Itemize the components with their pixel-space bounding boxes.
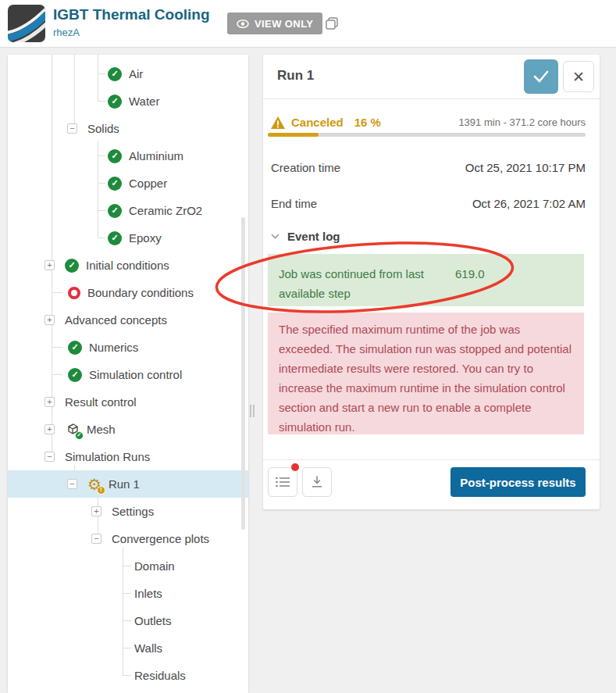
tree-item-label: Domain [134, 559, 175, 573]
collapse-icon[interactable]: − [67, 479, 77, 489]
status-ok-icon: ✓ [68, 368, 82, 382]
eye-icon [237, 20, 249, 28]
field-label: End time [271, 197, 317, 210]
view-only-button[interactable]: VIEW ONLY [227, 13, 322, 34]
event-log-toggle[interactable]: Event log [271, 230, 340, 243]
tree-item-domain[interactable]: Domain [8, 552, 248, 580]
tree-item-boundary-conditions[interactable]: Boundary conditions [8, 279, 248, 306]
run-header: Run 1 ✕ [263, 55, 600, 99]
status-error-icon [68, 287, 80, 299]
status-ok-icon: ✓ [108, 149, 122, 163]
tree-item-label: Mesh [87, 423, 116, 436]
tree-connector [52, 374, 62, 375]
tree-item-residuals[interactable]: Residuals [8, 662, 248, 689]
tree-item-label: Result control [65, 395, 137, 409]
duplicate-icon[interactable] [323, 16, 340, 33]
status-badge: Canceled [291, 116, 344, 129]
status-ok-icon: ✓ [108, 95, 122, 109]
tree-item-label: Numerics [89, 341, 138, 354]
event-log-entry-success: Job was continued from last available st… [268, 254, 584, 306]
tree-item-label: Boundary conditions [87, 286, 194, 299]
tree-item-run-1[interactable]: −⚙!Run 1 [8, 470, 248, 498]
creation-time-row: Creation time Oct 25, 2021 10:17 PM [271, 161, 586, 174]
tree-item-label: Simulation Runs [65, 450, 150, 463]
expand-icon[interactable]: + [91, 506, 101, 516]
project-title: IGBT Thermal Cooling [53, 6, 210, 23]
tree-item-epoxy[interactable]: ✓Epoxy [8, 224, 248, 252]
tree-connector [98, 238, 105, 238]
tree-item-result-control[interactable]: +Result control [8, 388, 248, 416]
tree-connector [98, 210, 105, 211]
end-time-row: End time Oct 26, 2021 7:02 AM [271, 197, 586, 210]
tree-connector [98, 101, 105, 102]
tree-item-convergence-plots[interactable]: −Convergence plots [8, 525, 248, 552]
tree-item-label: Walls [134, 641, 162, 655]
status-ok-icon: ✓ [68, 341, 82, 355]
tree-item-solids[interactable]: −Solids [8, 115, 248, 142]
tree-item-settings[interactable]: +Settings [8, 498, 248, 525]
tree-connector [98, 183, 105, 184]
tree-item-inlets[interactable]: Inlets [8, 580, 248, 607]
tree-item-aluminium[interactable]: ✓Aluminium [8, 142, 248, 170]
tree-connector [98, 155, 105, 156]
tree-connector [123, 593, 131, 594]
tree-item-label: Outlets [134, 614, 172, 627]
tree-item-walls[interactable]: Walls [8, 634, 248, 662]
tree-item-water[interactable]: ✓Water [8, 88, 248, 115]
tree-item-label: Advanced concepts [65, 313, 167, 327]
close-button[interactable]: ✕ [563, 61, 594, 92]
run-status-row: Canceled 16 % 1391 min - 371.2 core hour… [271, 116, 586, 129]
chevron-down-icon [271, 234, 280, 239]
panel-splitter-handle[interactable] [250, 405, 256, 417]
tree-item-copper[interactable]: ✓Copper [8, 170, 248, 197]
tree-item-label: Simulation control [89, 368, 182, 381]
tree-connector [123, 620, 131, 621]
tree-item-initial-conditions[interactable]: +✓Initial conditions [8, 252, 248, 279]
collapse-icon[interactable]: − [67, 123, 77, 134]
tree-item-air[interactable]: ✓Air [8, 60, 248, 88]
tree-connector [98, 73, 105, 74]
tree-item-numerics[interactable]: ✓Numerics [8, 334, 248, 361]
tree-item-label: Settings [112, 505, 154, 518]
expand-icon[interactable]: + [45, 424, 55, 434]
run-title: Run 1 [277, 68, 314, 84]
post-process-results-button[interactable]: Post-process results [450, 467, 586, 497]
field-label: Creation time [271, 161, 340, 174]
mesh-icon: ✓ [65, 422, 80, 437]
tree-scrollbar[interactable] [241, 217, 245, 530]
tree-item-label: Ceramic ZrO2 [129, 204, 202, 217]
tree-item-advanced-concepts[interactable]: +Advanced concepts [8, 306, 248, 334]
download-button[interactable] [302, 467, 332, 497]
confirm-button[interactable] [524, 59, 558, 94]
expand-icon[interactable]: + [45, 315, 55, 325]
tree-connector [52, 347, 62, 348]
tree-item-ceramic-zro2[interactable]: ✓Ceramic ZrO2 [8, 197, 248, 224]
view-only-label: VIEW ONLY [255, 18, 313, 30]
event-log-title: Event log [287, 230, 340, 243]
tree-item-label: Water [129, 95, 159, 108]
tree-connector [123, 566, 131, 566]
tree-item-simulation-control[interactable]: ✓Simulation control [8, 361, 248, 388]
status-ok-icon: ✓ [108, 67, 122, 81]
run-gear-icon: ⚙! [87, 477, 101, 492]
run-detail-panel: Run 1 ✕ Canceled 16 % 1391 min - 371.2 c… [263, 55, 600, 509]
collapse-icon[interactable]: − [45, 452, 55, 462]
status-ok-icon: ✓ [108, 177, 122, 191]
tree-item-outlets[interactable]: Outlets [8, 607, 248, 634]
tree-item-mesh[interactable]: +✓Mesh [8, 416, 248, 443]
status-meta: 1391 min - 371.2 core hours [458, 116, 586, 128]
collapse-icon[interactable]: − [91, 534, 101, 544]
tree-item-label: Copper [129, 177, 167, 190]
tree-item-label: Aluminium [129, 149, 183, 163]
tree-item-label: Inlets [134, 587, 162, 600]
notification-dot [291, 463, 299, 471]
tree-item-label: Convergence plots [112, 532, 209, 545]
expand-icon[interactable]: + [45, 260, 55, 270]
tree-connector [52, 292, 62, 293]
tree-item-simulation-runs[interactable]: −Simulation Runs [8, 443, 248, 470]
event-list-button[interactable] [268, 467, 297, 497]
project-owner: rhezA [53, 27, 80, 38]
expand-icon[interactable]: + [45, 397, 55, 407]
tree-connector [123, 648, 131, 648]
status-percent: 16 % [354, 116, 381, 129]
